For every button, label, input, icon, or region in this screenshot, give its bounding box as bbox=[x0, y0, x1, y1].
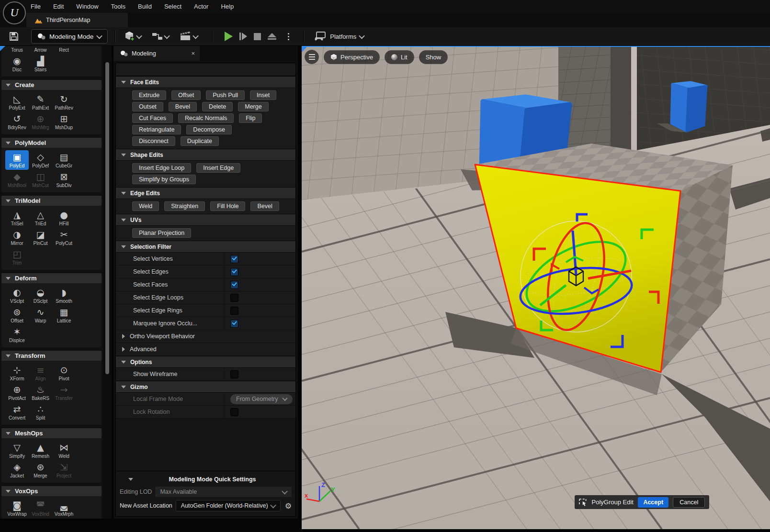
tool-disc[interactable]: ◉Disc bbox=[5, 54, 29, 74]
save-button[interactable] bbox=[7, 30, 21, 43]
tool-torus[interactable]: ◎Torus bbox=[5, 46, 29, 54]
section-header-transform[interactable]: Transform bbox=[1, 351, 102, 361]
tool-displce[interactable]: ✶Displce bbox=[5, 325, 29, 344]
section-header-polymodel[interactable]: PolyModel bbox=[1, 138, 102, 148]
recalc-normals-button[interactable]: Recalc Normals bbox=[178, 113, 234, 123]
tool-weld[interactable]: ⋈Weld bbox=[52, 441, 76, 460]
eject-button[interactable] bbox=[268, 33, 276, 40]
tool-smooth[interactable]: ◗Smooth bbox=[52, 286, 76, 305]
insert-edge-loop-button[interactable]: Insert Edge Loop bbox=[132, 163, 191, 173]
tool-voxbool[interactable]: ◻VoxBool bbox=[5, 518, 29, 519]
offset-button[interactable]: Offset bbox=[171, 90, 201, 100]
modeling-tab[interactable]: Modeling × bbox=[113, 46, 200, 61]
cinematics-button[interactable] bbox=[178, 29, 200, 44]
accept-button[interactable]: Accept bbox=[638, 497, 669, 508]
retriangulate-button[interactable]: Retriangulate bbox=[132, 125, 181, 134]
tool-lattice[interactable]: ▦Lattice bbox=[52, 305, 76, 325]
section-header-trimodel[interactable]: TriModel bbox=[1, 196, 102, 206]
decompose-button[interactable]: Decompose bbox=[186, 125, 232, 134]
cancel-button[interactable]: Cancel bbox=[673, 497, 705, 508]
tool-tried[interactable]: △TriEd bbox=[29, 208, 52, 228]
tool-mirror[interactable]: ◑Mirror bbox=[5, 228, 29, 247]
merge-button[interactable]: Merge bbox=[238, 102, 268, 111]
tool-dsclpt[interactable]: ◒DSclpt bbox=[29, 286, 52, 305]
add-actor-button[interactable] bbox=[122, 29, 143, 44]
tool-trim[interactable]: ◰Trim bbox=[5, 247, 29, 267]
quick-settings-header[interactable]: Modeling Mode Quick Settings bbox=[120, 476, 292, 483]
tool-xform[interactable]: ⊹XForm bbox=[5, 363, 29, 383]
tool-remesh[interactable]: ▲Remesh bbox=[29, 441, 52, 460]
select-edges-checkbox[interactable] bbox=[230, 268, 238, 276]
tool-jacket[interactable]: ◈Jacket bbox=[5, 460, 29, 480]
delete-button[interactable]: Delete bbox=[202, 102, 233, 111]
menu-item-tools[interactable]: Tools bbox=[111, 3, 125, 10]
tool-subdiv[interactable]: ⊠SubDiv bbox=[52, 170, 76, 189]
platforms-button[interactable]: Platforms bbox=[311, 31, 367, 42]
tool-polycut[interactable]: ✂PolyCut bbox=[52, 228, 76, 247]
tool-offset[interactable]: ⊚Offset bbox=[5, 305, 29, 325]
section-header-ortho-viewport-behavior[interactable]: Ortho Viewport Behavior bbox=[116, 330, 295, 343]
tool-split[interactable]: ∴Split bbox=[29, 402, 52, 422]
select-edge-loops-checkbox[interactable] bbox=[230, 294, 238, 302]
unreal-logo-icon[interactable]: U bbox=[3, 1, 26, 24]
blueprints-button[interactable] bbox=[150, 30, 171, 43]
disconnect-button[interactable]: Disconnect bbox=[132, 136, 175, 146]
tool-cubegr[interactable]: ▤CubeGr bbox=[52, 150, 76, 170]
menu-item-actor[interactable]: Actor bbox=[194, 3, 208, 10]
tool-stairs[interactable]: ▟Stairs bbox=[29, 54, 52, 74]
tool-merge[interactable]: ⊛Merge bbox=[29, 460, 52, 480]
bevel-button[interactable]: Bevel bbox=[169, 102, 197, 111]
lock-rotation-checkbox[interactable] bbox=[230, 408, 238, 416]
menu-item-window[interactable]: Window bbox=[76, 3, 98, 10]
tool-simplfy[interactable]: ▽Simplfy bbox=[5, 441, 29, 460]
tool-polyext[interactable]: ◺PolyExt bbox=[5, 92, 29, 112]
tool-mshdup[interactable]: ⊞MshDup bbox=[52, 112, 76, 132]
section-header-shape-edits[interactable]: Shape Edits bbox=[116, 149, 295, 161]
menu-item-select[interactable]: Select bbox=[164, 3, 181, 10]
section-header-selection-filter[interactable]: Selection Filter bbox=[116, 241, 295, 253]
select-faces-checkbox[interactable] bbox=[230, 281, 238, 289]
select-vertices-checkbox[interactable] bbox=[230, 255, 238, 263]
fill-hole-button[interactable]: Fill Hole bbox=[210, 201, 245, 211]
section-header-meshops[interactable]: MeshOps bbox=[1, 428, 102, 438]
tool-voxmrg[interactable]: ◘VoxMrg bbox=[29, 518, 52, 519]
tool-transfer[interactable]: →Transfer bbox=[52, 383, 76, 402]
editing-lod-dropdown[interactable]: Max Available bbox=[155, 487, 292, 497]
menu-item-file[interactable]: File bbox=[31, 3, 41, 10]
local-frame-mode-dropdown[interactable]: From Geometry bbox=[230, 394, 293, 404]
tool-plncut[interactable]: ◪PlnCut bbox=[29, 228, 52, 247]
section-header-advanced[interactable]: Advanced bbox=[116, 343, 295, 356]
tool-pivot[interactable]: ⊙Pivot bbox=[52, 363, 76, 383]
tool-bakers[interactable]: ♨BakeRS bbox=[29, 383, 52, 402]
tool-vsclpt[interactable]: ◐VSclpt bbox=[5, 286, 29, 305]
tool-arrow[interactable]: ►Arrow bbox=[29, 46, 52, 54]
tool-mshcut[interactable]: ◫MshCut bbox=[29, 170, 52, 189]
tool-warp[interactable]: ∿Warp bbox=[29, 305, 52, 325]
tool-convert[interactable]: ⇄Convert bbox=[5, 402, 29, 422]
close-icon[interactable]: × bbox=[191, 50, 195, 57]
planar-projection-button[interactable]: Planar Projection bbox=[132, 228, 191, 238]
section-header-create[interactable]: Create bbox=[1, 80, 102, 90]
section-header-face-edits[interactable]: Face Edits bbox=[116, 76, 295, 88]
menu-item-help[interactable]: Help bbox=[221, 3, 234, 10]
section-header-deform[interactable]: Deform bbox=[1, 273, 102, 283]
tool-hfill[interactable]: ●HFill bbox=[52, 208, 76, 228]
tool-voxblnd[interactable]: ◚VoxBlnd bbox=[29, 499, 52, 518]
inset-button[interactable]: Inset bbox=[250, 90, 276, 100]
marquee-ignore-occluded-checkbox[interactable] bbox=[230, 320, 238, 328]
perspective-button[interactable]: Perspective bbox=[324, 50, 380, 64]
menu-item-build[interactable]: Build bbox=[138, 3, 152, 10]
tool-polyed[interactable]: ▣PolyEd bbox=[5, 150, 29, 170]
new-asset-location-dropdown[interactable]: AutoGen Folder (World-Relative) bbox=[176, 500, 281, 511]
tool-align[interactable]: ≡Align bbox=[29, 363, 52, 383]
tool-pivotact[interactable]: ⊕PivotAct bbox=[5, 383, 29, 402]
tool-mshmrg[interactable]: ⊕MshMrg bbox=[29, 112, 52, 132]
section-header-options[interactable]: Options bbox=[116, 356, 295, 368]
tool-voxmrph[interactable]: ◛VoxMrph bbox=[52, 499, 76, 518]
play-options-menu-button[interactable] bbox=[285, 33, 292, 41]
flip-button[interactable]: Flip bbox=[239, 113, 262, 123]
tool-mshbool[interactable]: ◆MshBool bbox=[5, 170, 29, 189]
insert-edge-button[interactable]: Insert Edge bbox=[196, 163, 240, 173]
weld-button[interactable]: Weld bbox=[132, 201, 159, 211]
tool-rect[interactable]: ▭Rect bbox=[52, 46, 76, 54]
